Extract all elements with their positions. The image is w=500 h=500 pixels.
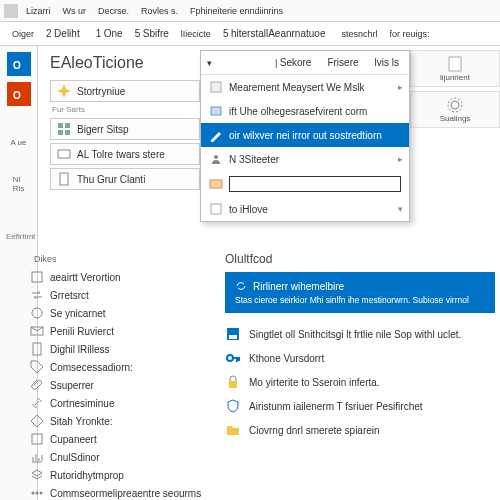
outlook-app-icon[interactable]: O <box>7 52 31 76</box>
action-button[interactable]: Stortryniue <box>50 80 200 102</box>
menu-tab[interactable]: Frisere <box>323 55 362 70</box>
feature-item[interactable]: Singtlet oll Snithcitsgi lt frtlie nile … <box>225 322 495 346</box>
cmd[interactable]: 2 Deliht <box>42 26 84 41</box>
menu-item[interactable] <box>201 171 409 197</box>
menu-item[interactable]: Mearement Meaysert We Mslk▸ <box>201 75 409 99</box>
ribbon-tab[interactable]: Ws ur <box>59 4 91 18</box>
nav-item[interactable]: Dighil lRilless <box>30 340 210 358</box>
link-icon <box>30 396 44 410</box>
svg-rect-25 <box>211 204 221 214</box>
lock-icon <box>225 374 241 390</box>
ribbon-tab[interactable]: Fphineiterie enndiinrins <box>186 4 287 18</box>
app-icon <box>4 4 18 18</box>
cmd[interactable]: 5 Sbifre <box>131 26 173 41</box>
attach-icon <box>30 378 44 392</box>
menu-tabstrip: ▾ | Sekore Frisere lvis ls <box>201 51 409 75</box>
action-button[interactable]: Bigerr Sitsp <box>50 118 200 140</box>
feature-list: Singtlet oll Snithcitsgi lt frtlie nile … <box>225 322 495 442</box>
refresh-icon <box>235 280 247 292</box>
cmd[interactable]: 5 hiterstallAeanrnatuoe <box>219 26 330 41</box>
ribbon-tab[interactable]: Decrse. <box>94 4 133 18</box>
nav-item[interactable]: aeairtt Verortion <box>30 268 210 286</box>
svg-rect-24 <box>210 180 222 188</box>
info-banner[interactable]: Rirlinerr wihemelbire Stas cieroe seirki… <box>225 272 495 313</box>
clip-icon <box>57 172 71 186</box>
layers-icon <box>30 468 44 482</box>
feature-item[interactable]: Kthone Vursdorrt <box>225 346 495 370</box>
cmd[interactable]: for reuigs: <box>385 27 433 41</box>
nav-item[interactable]: CnulSdinor <box>30 448 210 466</box>
grid-icon <box>57 122 71 136</box>
svg-rect-17 <box>32 434 42 444</box>
ribbon-tab[interactable]: Lizarri <box>22 4 55 18</box>
nav-header: Dikes <box>30 252 210 268</box>
svg-rect-13 <box>32 272 42 282</box>
action-button[interactable]: AL Tolre twars stere <box>50 143 200 165</box>
ribbon-tabs: Lizarri Ws ur Decrse. Rovles s. Fphineit… <box>0 0 500 22</box>
nav-item[interactable]: Cupaneert <box>30 430 210 448</box>
nav-item[interactable]: Commseormelipreaentre seourms <box>30 484 210 500</box>
menu-tab[interactable]: | Sekore <box>271 55 316 70</box>
feature-item[interactable]: Airistunm iailenerm T fsriuer Pesifirche… <box>225 394 495 418</box>
chart-icon <box>30 450 44 464</box>
group-card[interactable]: lijunrient <box>410 50 500 87</box>
chevron-down-icon[interactable]: ▾ <box>207 58 212 68</box>
page-title: EAleoTicione <box>50 54 144 72</box>
group-card[interactable]: Sualings <box>410 91 500 128</box>
nav-item[interactable]: Penili Ruvierct <box>30 322 210 340</box>
svg-text:O: O <box>13 60 21 71</box>
svg-rect-9 <box>58 130 63 135</box>
file-icon <box>30 342 44 356</box>
svg-rect-16 <box>33 343 41 355</box>
svg-rect-22 <box>211 107 221 115</box>
svg-point-14 <box>32 308 42 318</box>
shield-icon <box>225 398 241 414</box>
convert-icon <box>30 288 44 302</box>
banner-subtitle: Stas cieroe seirkior Mhi sinlfn ihe mest… <box>235 295 485 305</box>
nav-item[interactable]: Ssuperrer <box>30 376 210 394</box>
svg-point-31 <box>227 355 233 361</box>
nav-item[interactable]: Comsecessadiorn: <box>30 358 210 376</box>
chevron-right-icon: ▸ <box>398 82 403 92</box>
cmd[interactable]: Oiger <box>8 27 38 41</box>
rail-label: A ue <box>10 138 26 147</box>
account-icon <box>30 270 44 284</box>
move-icon <box>209 202 223 216</box>
diamond-icon <box>30 414 44 428</box>
action-button[interactable]: Thu Grur Clanti <box>50 168 200 190</box>
nav-item[interactable]: Se ynicarnet <box>30 304 210 322</box>
feature-item[interactable]: Ciovrng dnrl smerete spiarein <box>225 418 495 442</box>
cmd[interactable]: stesnchrl <box>337 27 381 41</box>
menu-item[interactable]: N 3Siteeter▸ <box>201 147 409 171</box>
svg-point-20 <box>40 492 43 495</box>
ribbon-commands: Oiger 2 Deliht 1 One 5 Sbifre lIiecicte … <box>0 22 500 46</box>
ribbon-tab[interactable]: Rovles s. <box>137 4 182 18</box>
rail-label: NIRis <box>13 175 25 193</box>
menu-tab[interactable]: lvis ls <box>371 55 403 70</box>
chevron-down-icon: ▾ <box>398 204 403 214</box>
menu-item-selected[interactable]: oir wilxver nei irror out sostredtiorn <box>201 123 409 147</box>
svg-rect-26 <box>449 57 461 71</box>
cmd[interactable]: lIiecicte <box>177 27 215 41</box>
nav-item[interactable]: Grretsrct <box>30 286 210 304</box>
menu-input[interactable] <box>229 176 401 192</box>
section-label: Eefirtimt <box>6 232 35 241</box>
office-app-icon[interactable]: O <box>7 82 31 106</box>
svg-rect-11 <box>58 150 70 158</box>
nav-item[interactable]: Rutoridhytmprop <box>30 466 210 484</box>
doc-icon <box>446 55 464 73</box>
menu-item[interactable]: ift Uhe olhegesrasefvirent corm <box>201 99 409 123</box>
menu-item[interactable]: to iHlove▾ <box>201 197 409 221</box>
key-icon <box>225 350 241 366</box>
nav-list: Dikes aeairtt Verortion Grretsrct Se yni… <box>30 252 210 500</box>
nav-item[interactable]: Sitah Yronkte: <box>30 412 210 430</box>
note-icon <box>30 432 44 446</box>
feature-item[interactable]: Mo yirterite to Sseroin inferta. <box>225 370 495 394</box>
nav-item[interactable]: Cortnesiminue <box>30 394 210 412</box>
mail-icon <box>30 324 44 338</box>
dots-icon <box>30 486 44 500</box>
cmd[interactable]: 1 One <box>92 26 127 41</box>
edit-icon <box>209 128 223 142</box>
svg-point-23 <box>214 155 218 159</box>
context-menu: ▾ | Sekore Frisere lvis ls Mearement Mea… <box>200 50 410 222</box>
